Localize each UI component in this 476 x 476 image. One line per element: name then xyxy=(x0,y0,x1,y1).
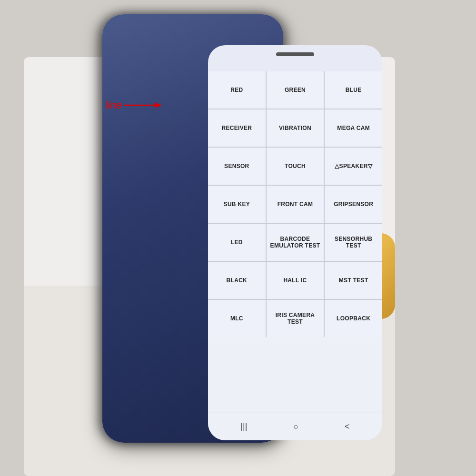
cell-green[interactable]: GREEN xyxy=(267,71,324,109)
nav-recent-icon[interactable]: < xyxy=(345,422,350,432)
cell-gripsensor[interactable]: GRIPSENSOR xyxy=(325,186,382,223)
cell-sensorhub[interactable]: SENSORHUB TEST xyxy=(325,224,382,261)
cell-front-cam[interactable]: FRONT CAM xyxy=(267,186,324,223)
scene: b/f RED GREEN BLUE RECEIVER VIBRATION ME… xyxy=(0,0,476,476)
cell-sensor[interactable]: SENSOR xyxy=(208,148,266,185)
screen-content: RED GREEN BLUE RECEIVER VIBRATION MEGA C… xyxy=(208,71,382,412)
nav-home-icon[interactable]: ○ xyxy=(293,422,298,432)
cell-mlc[interactable]: MLC xyxy=(208,300,266,337)
cell-speaker[interactable]: △SPEAKER▽ xyxy=(325,148,382,185)
cell-led[interactable]: LED xyxy=(208,224,266,261)
cell-mega-cam[interactable]: MEGA CAM xyxy=(325,109,382,147)
cell-black[interactable]: BLACK xyxy=(208,262,266,299)
phone-screen: RED GREEN BLUE RECEIVER VIBRATION MEGA C… xyxy=(208,45,382,440)
cell-vibration[interactable]: VIBRATION xyxy=(267,109,324,147)
cell-mst-test[interactable]: MST TEST xyxy=(325,262,382,299)
nav-bar: ||| ○ < xyxy=(208,413,382,440)
cell-barcode-emulator[interactable]: BARCODEEMULATOR TEST xyxy=(267,224,324,261)
speaker-grille xyxy=(276,52,314,56)
cell-iris-camera[interactable]: IRIS CAMERATEST xyxy=(267,300,324,337)
cell-loopback[interactable]: LOOPBACK xyxy=(325,300,382,337)
phone-body: RED GREEN BLUE RECEIVER VIBRATION MEGA C… xyxy=(102,14,283,443)
cell-red[interactable]: RED xyxy=(208,71,266,109)
nav-back-icon[interactable]: ||| xyxy=(240,422,247,432)
cell-touch[interactable]: TOUCH xyxy=(267,148,324,185)
cell-hall-ic[interactable]: HALL IC xyxy=(267,262,324,299)
cell-receiver[interactable]: RECEIVER xyxy=(208,109,266,147)
cell-blue[interactable]: BLUE xyxy=(325,71,382,109)
test-menu-grid: RED GREEN BLUE RECEIVER VIBRATION MEGA C… xyxy=(208,71,382,337)
cell-sub-key[interactable]: SUB KEY xyxy=(208,186,266,223)
